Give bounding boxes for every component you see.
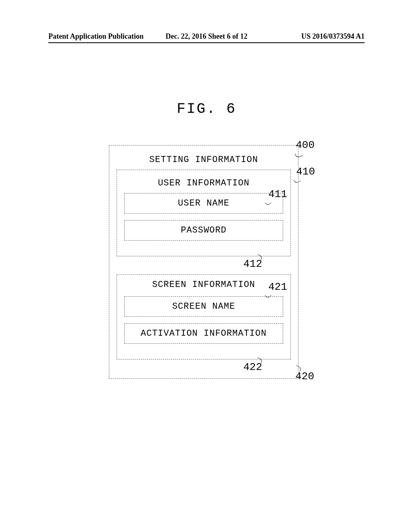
diagram-area: 400 SETTING INFORMATION 410 USER INFORMA…	[109, 145, 298, 379]
screen-information-title: SCREEN INFORMATION	[124, 280, 283, 290]
page-header: Patent Application Publication Dec. 22, …	[0, 32, 413, 41]
reference-numeral-421: 421	[268, 281, 287, 293]
reference-numeral-410: 410	[296, 166, 315, 178]
reference-numeral-412: 412	[243, 258, 262, 270]
header-publication-number: US 2016/0373594 A1	[247, 32, 365, 41]
user-information-title: USER INFORMATION	[124, 178, 283, 188]
activation-information-box: ACTIVATION INFORMATION	[124, 323, 283, 344]
header-publication-type: Patent Application Publication	[48, 32, 166, 41]
reference-numeral-420: 420	[295, 370, 314, 382]
reference-numeral-400: 400	[296, 139, 315, 151]
figure-label: FIG. 6	[0, 101, 413, 117]
setting-information-title: SETTING INFORMATION	[117, 155, 291, 165]
header-divider	[48, 42, 365, 43]
setting-information-box: SETTING INFORMATION 410 USER INFORMATION…	[109, 145, 298, 379]
user-name-box: USER NAME	[124, 193, 283, 214]
reference-numeral-422: 422	[243, 361, 262, 373]
screen-information-box: SCREEN INFORMATION 421 SCREEN NAME ACTIV…	[117, 274, 291, 360]
header-date-sheet: Dec. 22, 2016 Sheet 6 of 12	[166, 32, 248, 41]
password-box: PASSWORD	[124, 220, 283, 241]
leader-tick-410	[294, 177, 301, 184]
user-information-box: USER INFORMATION 411 USER NAME PASSWORD …	[117, 170, 291, 256]
screen-name-box: SCREEN NAME	[124, 296, 283, 317]
